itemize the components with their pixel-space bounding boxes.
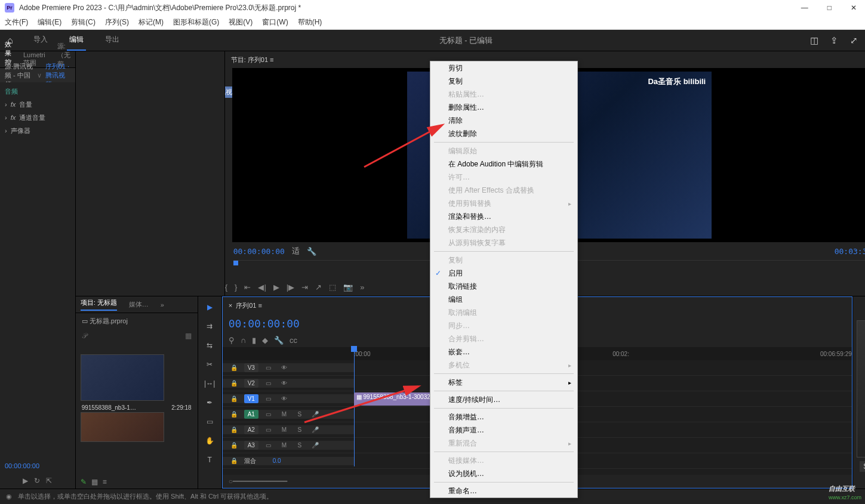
- lock-icon[interactable]: 🔒: [229, 426, 239, 433]
- mute-button[interactable]: M: [279, 426, 290, 433]
- menu-multicam[interactable]: 多机位: [430, 358, 577, 372]
- menu-edit-audition[interactable]: 在 Adobe Audition 中编辑剪辑: [430, 157, 577, 171]
- menu-render-replace[interactable]: 渲染和替换…: [430, 210, 577, 223]
- menu-restore-unrendered[interactable]: 恢复未渲染的内容: [430, 223, 577, 236]
- wrench-icon[interactable]: 🔧: [274, 336, 284, 345]
- menu-cut[interactable]: 剪切: [430, 61, 577, 75]
- menu-label[interactable]: 标签: [430, 376, 577, 389]
- fullscreen-icon[interactable]: ⤢: [850, 35, 858, 46]
- track-mix[interactable]: [354, 453, 852, 468]
- media-thumbnail[interactable]: [81, 354, 164, 401]
- maximize-button[interactable]: □: [824, 4, 835, 12]
- lift-icon[interactable]: ⬚: [329, 283, 336, 292]
- track-label-a2[interactable]: A2: [244, 425, 258, 434]
- track-v3[interactable]: [354, 360, 852, 375]
- wrench-icon[interactable]: 🔧: [307, 247, 316, 256]
- mic-icon[interactable]: 🎤: [310, 411, 321, 418]
- track-a3[interactable]: [354, 438, 852, 453]
- close-button[interactable]: ✕: [847, 4, 860, 12]
- captions-icon[interactable]: cc: [290, 336, 297, 345]
- tab-import[interactable]: 导入: [31, 30, 50, 51]
- track-v2[interactable]: [354, 376, 852, 391]
- menu-replace-ae[interactable]: 使用 After Effects 合成替换: [430, 184, 577, 197]
- eye-icon[interactable]: 👁: [279, 364, 290, 371]
- tab-export[interactable]: 导出: [103, 30, 122, 51]
- menu-sequence[interactable]: 序列(S): [105, 17, 129, 27]
- link-icon[interactable]: ∩: [241, 336, 246, 345]
- menu-enable[interactable]: 启用: [430, 267, 577, 280]
- menu-unlink[interactable]: 取消链接: [430, 280, 577, 293]
- pen-tool[interactable]: ✒: [202, 395, 217, 410]
- mute-button[interactable]: M: [279, 411, 290, 418]
- media-thumbnail[interactable]: [81, 412, 164, 442]
- snap-icon[interactable]: ⚲: [229, 336, 235, 345]
- solo-button[interactable]: S: [860, 461, 865, 472]
- menu-clear[interactable]: 清除: [430, 114, 577, 127]
- lock-icon[interactable]: 🔒: [229, 364, 239, 371]
- fit-dropdown[interactable]: 适: [292, 246, 300, 256]
- menu-replace-clip[interactable]: 使用剪辑替换: [430, 197, 577, 210]
- menu-remove-attributes[interactable]: 删除属性…: [430, 101, 577, 114]
- filter-icon[interactable]: ▦: [185, 332, 192, 340]
- menu-clip[interactable]: 剪辑(C): [71, 17, 96, 27]
- pen-icon[interactable]: ✎: [81, 478, 87, 486]
- menu-edit-original[interactable]: 编辑原始: [430, 144, 577, 157]
- next-edit-icon[interactable]: ⇥: [301, 283, 308, 292]
- menu-sync[interactable]: 同步…: [430, 319, 577, 332]
- menu-audio-gain[interactable]: 音频增益…: [430, 410, 577, 423]
- target-icon[interactable]: ▭: [263, 380, 274, 386]
- close-tab-icon[interactable]: ×: [229, 302, 232, 309]
- timecode[interactable]: 00:00:00:00: [0, 459, 75, 473]
- lock-icon[interactable]: 🔒: [229, 395, 239, 402]
- loop-icon[interactable]: ↻: [34, 477, 40, 485]
- menu-restore-captions[interactable]: 从源剪辑恢复字幕: [430, 236, 577, 249]
- track-label-v2[interactable]: V2: [244, 379, 258, 388]
- play-icon[interactable]: ▶: [273, 283, 279, 292]
- menu-markers[interactable]: 标记(M): [138, 17, 164, 27]
- view-icon[interactable]: ▦: [91, 478, 98, 486]
- marker-icon[interactable]: ▮: [252, 336, 256, 345]
- menu-ungroup[interactable]: 取消编组: [430, 306, 577, 319]
- menu-view[interactable]: 视图(V): [229, 17, 253, 27]
- type-tool[interactable]: T: [202, 453, 217, 467]
- menu-copy[interactable]: 复制: [430, 75, 577, 88]
- solo-button[interactable]: S: [294, 426, 305, 433]
- hand-tool[interactable]: ✋: [202, 434, 217, 448]
- lock-icon[interactable]: 🔒: [229, 411, 239, 418]
- track-label-v3[interactable]: V3: [244, 363, 258, 372]
- settings-icon[interactable]: ◆: [262, 336, 268, 345]
- audio-section[interactable]: 音频: [5, 87, 18, 96]
- search-icon[interactable]: 𝒫: [82, 332, 87, 340]
- razor-tool[interactable]: ✂: [202, 357, 217, 372]
- track-a1[interactable]: [354, 407, 852, 422]
- menu-file[interactable]: 文件(F): [5, 17, 28, 27]
- track-a2[interactable]: [354, 422, 852, 437]
- menu-speed[interactable]: 速度/持续时间…: [430, 393, 577, 406]
- menu-edit[interactable]: 编辑(E): [38, 17, 61, 27]
- eye-icon[interactable]: 👁: [279, 395, 290, 402]
- ripple-edit-tool[interactable]: ⇆: [202, 338, 217, 353]
- minimize-button[interactable]: —: [798, 4, 812, 12]
- menu-make-offline[interactable]: 设为脱机…: [430, 467, 577, 480]
- lock-icon[interactable]: 🔒: [229, 457, 239, 464]
- program-timecode-left[interactable]: 00:00:00:00: [233, 247, 285, 256]
- prev-edit-icon[interactable]: ⇤: [244, 283, 251, 292]
- selection-tool[interactable]: ▶: [202, 300, 217, 314]
- lock-icon[interactable]: 🔒: [229, 380, 239, 386]
- program-timecode-right[interactable]: 00:03:31:11: [835, 247, 865, 256]
- cc-icon[interactable]: ◉: [6, 493, 12, 500]
- target-icon[interactable]: ▭: [263, 364, 274, 371]
- menu-ripple-delete[interactable]: 波纹删除: [430, 127, 577, 140]
- solo-button[interactable]: S: [294, 442, 305, 449]
- track-label-a3[interactable]: A3: [244, 441, 258, 450]
- mix-value[interactable]: 0.0: [273, 457, 281, 464]
- export-frame-icon[interactable]: ↗: [315, 283, 322, 292]
- solo-button[interactable]: S: [294, 411, 305, 418]
- camera-icon[interactable]: 📷: [343, 283, 353, 292]
- share-icon[interactable]: ⇪: [830, 35, 838, 46]
- menu-audio-channels[interactable]: 音频声道…: [430, 423, 577, 437]
- menu-paste-attributes[interactable]: 粘贴属性…: [430, 88, 577, 101]
- menu-rename[interactable]: 重命名…: [430, 484, 577, 497]
- step-back-icon[interactable]: ◀|: [258, 283, 266, 292]
- effect-channel-volume[interactable]: 通道音量: [19, 113, 45, 122]
